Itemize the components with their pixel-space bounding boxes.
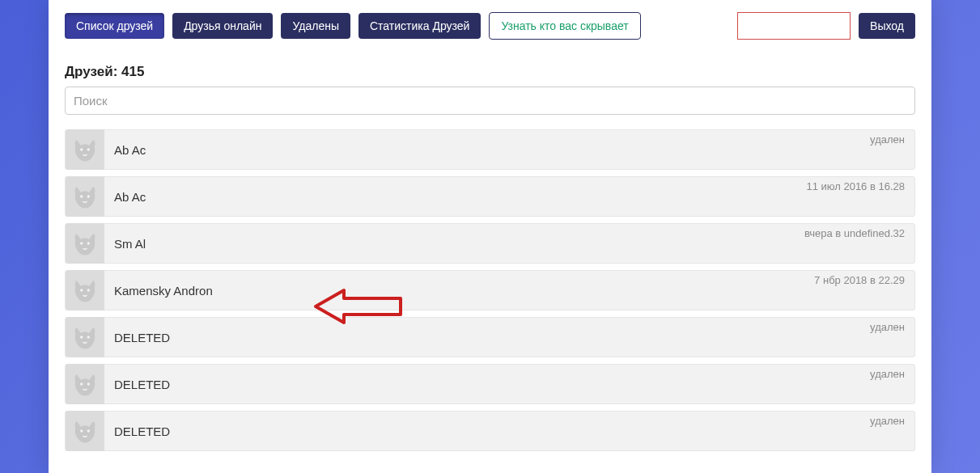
- friend-status: удален: [870, 133, 905, 146]
- dog-avatar-icon: [71, 230, 99, 257]
- friend-name: DELETED: [104, 378, 170, 391]
- tab-deleted[interactable]: Удалены: [281, 13, 350, 39]
- list-item[interactable]: DELETED удален: [65, 411, 915, 451]
- svg-point-4: [80, 242, 83, 244]
- top-small-input[interactable]: [737, 12, 851, 40]
- dog-avatar-icon: [71, 370, 99, 398]
- search-input[interactable]: [65, 87, 915, 115]
- svg-point-9: [87, 336, 90, 338]
- friend-status: удален: [870, 415, 905, 427]
- svg-point-13: [87, 429, 90, 432]
- avatar: [66, 270, 104, 310]
- friends-list: Ab Ac удален Ab Ac 11 июл 2016 в 16.28 S…: [65, 129, 915, 451]
- svg-point-5: [87, 242, 90, 244]
- list-item[interactable]: Kamensky Andron 7 нбр 2018 в 22.29: [65, 270, 915, 310]
- avatar: [66, 129, 104, 170]
- friend-name: DELETED: [104, 424, 170, 438]
- svg-point-12: [80, 429, 83, 432]
- svg-point-6: [80, 289, 83, 291]
- avatar: [66, 317, 104, 357]
- friend-status: 11 июл 2016 в 16.28: [806, 180, 905, 192]
- svg-point-7: [87, 289, 90, 291]
- svg-point-1: [87, 148, 90, 150]
- avatar: [66, 176, 104, 217]
- friend-status: удален: [870, 321, 905, 333]
- list-item[interactable]: DELETED удален: [65, 364, 915, 404]
- list-item[interactable]: Sm Al вчера в undefined.32: [65, 223, 915, 264]
- logout-button[interactable]: Выход: [859, 13, 915, 39]
- svg-point-8: [80, 336, 83, 338]
- dog-avatar-icon: [71, 136, 99, 163]
- dog-avatar-icon: [71, 417, 99, 445]
- friends-count-heading: Друзей: 415: [65, 64, 915, 80]
- friend-name: Kamensky Andron: [104, 284, 213, 298]
- svg-point-11: [87, 382, 90, 385]
- svg-point-10: [80, 382, 83, 385]
- list-item[interactable]: Ab Ac удален: [65, 129, 915, 170]
- avatar: [66, 364, 104, 404]
- friend-status: удален: [870, 368, 905, 380]
- dog-avatar-icon: [71, 323, 99, 351]
- tab-friends-stats[interactable]: Статистика Друзей: [358, 13, 481, 39]
- list-item[interactable]: DELETED удален: [65, 317, 915, 357]
- avatar: [66, 411, 104, 451]
- friend-name: DELETED: [104, 331, 170, 344]
- svg-point-3: [87, 195, 90, 197]
- tab-friends-online[interactable]: Друзья онлайн: [172, 13, 273, 39]
- friend-status: вчера в undefined.32: [804, 227, 905, 239]
- avatar: [66, 223, 104, 264]
- tab-hidden[interactable]: Узнать кто вас скрывает: [489, 12, 640, 40]
- friend-name: Ab Ac: [104, 143, 146, 157]
- svg-point-2: [80, 195, 83, 197]
- list-item[interactable]: Ab Ac 11 июл 2016 в 16.28: [65, 176, 915, 217]
- svg-point-0: [80, 148, 83, 150]
- friend-name: Sm Al: [104, 237, 146, 251]
- app-panel: Список друзей Друзья онлайн Удалены Стат…: [49, 0, 931, 473]
- friend-name: Ab Ac: [104, 190, 146, 204]
- tab-friends-list[interactable]: Список друзей: [65, 13, 164, 39]
- dog-avatar-icon: [71, 277, 99, 304]
- friend-status: 7 нбр 2018 в 22.29: [814, 274, 905, 286]
- toolbar: Список друзей Друзья онлайн Удалены Стат…: [65, 12, 915, 40]
- dog-avatar-icon: [71, 183, 99, 210]
